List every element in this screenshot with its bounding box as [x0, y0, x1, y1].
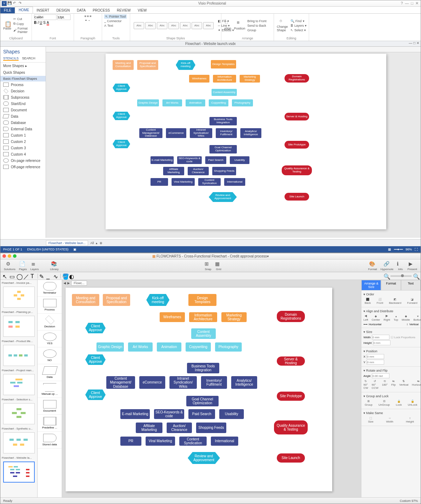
- shape-style-gallery[interactable]: AbcAbcAbcAbcAbcAbcAbc: [132, 21, 215, 31]
- node-auction[interactable]: Auction/ Clearance: [188, 167, 209, 175]
- cd-node-intranet[interactable]: Intranet Syndication/ Wikis: [169, 376, 197, 389]
- cd-node-intl[interactable]: International: [211, 437, 238, 446]
- angle-input[interactable]: [372, 373, 389, 378]
- align-center[interactable]: ◆Center: [372, 315, 380, 321]
- thumb-6[interactable]: [3, 462, 35, 483]
- redo-icon[interactable]: ↷: [19, 1, 24, 6]
- cd-node-goal[interactable]: Goal Channel Optimization: [186, 396, 219, 406]
- canvas-tab[interactable]: Flowc...: [71, 281, 87, 286]
- node-server-hosting[interactable]: Server & Hosting: [285, 113, 309, 120]
- bullet-icon[interactable]: •: [85, 19, 86, 22]
- cd-node-approve2[interactable]: Client Approve: [85, 354, 106, 365]
- copy-button[interactable]: ⧉Copy: [13, 21, 29, 26]
- mac-zoom-icon[interactable]: [13, 254, 16, 258]
- shape-custom3[interactable]: Custom 3: [0, 145, 46, 151]
- node-copywriting[interactable]: Copywriting: [209, 99, 228, 106]
- cd-node-email[interactable]: E-mail Marketing: [120, 409, 150, 419]
- node-review-approve[interactable]: Review and Approvement: [209, 192, 237, 202]
- node-paid-search[interactable]: Paid Search: [205, 156, 226, 164]
- cd-node-server[interactable]: Server & Hosting: [277, 356, 305, 366]
- node-affiliate[interactable]: Affiliate Marketing: [163, 167, 184, 175]
- cd-node-artworks[interactable]: Art Works: [128, 342, 153, 352]
- format-painter-button[interactable]: 🖌Format Painter: [13, 26, 29, 34]
- node-viral[interactable]: Viral Marketing: [172, 178, 195, 186]
- cd-node-info-arch[interactable]: Information Architecture: [189, 312, 217, 322]
- pos-x-input[interactable]: [367, 354, 384, 359]
- cd-node-qa[interactable]: Quality Assurance & Testing: [274, 420, 308, 434]
- doc-min-icon[interactable]: —: [409, 41, 412, 45]
- height-input[interactable]: [373, 340, 390, 345]
- node-intranet[interactable]: Intranet Syndication/ Wikis: [190, 128, 212, 138]
- cd-node-marketing[interactable]: Marketing Strategy: [221, 312, 247, 322]
- shape-start-end[interactable]: Start/End: [0, 100, 46, 107]
- position-button[interactable]: ⊞Position: [233, 20, 246, 31]
- grp-lock[interactable]: 🔒Lock: [396, 400, 402, 406]
- undo-icon[interactable]: ↶: [13, 1, 18, 6]
- cd-node-review[interactable]: Review and Approvement: [188, 452, 220, 464]
- thumb-title-2[interactable]: Flowchart - Product life...: [0, 338, 37, 344]
- page-tab-active[interactable]: Flowchart - Website laun...: [46, 240, 88, 246]
- indent-icon[interactable]: →: [87, 19, 91, 22]
- cd-node-launch[interactable]: Site Launch: [277, 453, 305, 463]
- node-content-synd[interactable]: Content Syndication: [198, 178, 221, 186]
- node-email-mkt[interactable]: E-mail Marketing: [151, 156, 174, 164]
- canvas-area[interactable]: Meeting and Consultation Proposal and Sp…: [46, 47, 421, 238]
- node-goal-channel[interactable]: Goal Channel Optimization: [209, 145, 237, 153]
- pos-y-input[interactable]: [367, 360, 384, 365]
- tab-file[interactable]: FILE: [0, 7, 15, 13]
- tool-zoomin-icon[interactable]: 🔍+: [413, 273, 419, 279]
- stencil-manual-op[interactable]: Manual op ...: [38, 381, 62, 398]
- cd-node-pr[interactable]: PR: [120, 437, 141, 446]
- node-pr[interactable]: PR: [151, 178, 168, 186]
- search-tab[interactable]: SEARCH: [22, 57, 35, 61]
- shape-database[interactable]: Database: [0, 119, 46, 126]
- rtab-format[interactable]: Format: [381, 280, 401, 290]
- italic-button[interactable]: I: [38, 21, 39, 25]
- shape-custom2[interactable]: Custom 2: [0, 138, 46, 145]
- node-approve1[interactable]: Client Approve: [113, 84, 130, 92]
- shape-offpage-ref[interactable]: Off-page reference: [0, 164, 46, 170]
- tool-zoomout-icon[interactable]: 🔍−: [383, 273, 389, 279]
- cd-node-kickoff[interactable]: Kick-off meeting: [146, 294, 169, 306]
- text-tool[interactable]: AText: [104, 24, 113, 28]
- tool-curve-icon[interactable]: ∿: [53, 273, 59, 279]
- cd-node-cms[interactable]: Content Management/ Database: [106, 376, 135, 389]
- stencils-tab[interactable]: STENCILS: [3, 57, 19, 61]
- rot-180[interactable]: ⟲180°: [382, 380, 388, 390]
- shape-custom4[interactable]: Custom 4: [0, 151, 46, 157]
- cd-node-paid[interactable]: Paid Search: [188, 409, 215, 419]
- cd-node-auction[interactable]: Auction/ Clearance: [167, 423, 192, 433]
- rtab-arrange[interactable]: Arrange & Size: [361, 280, 381, 290]
- more-shapes-link[interactable]: More Shapes ▸: [0, 63, 46, 69]
- make-height[interactable]: ↕Height: [406, 417, 414, 423]
- stencil-document[interactable]: Document: [38, 398, 62, 415]
- thumb-1[interactable]: [3, 316, 35, 337]
- thumb-title-5[interactable]: Flowchart - Synthetic o...: [0, 426, 37, 432]
- cd-node-design-templates[interactable]: Design Templates: [188, 294, 216, 306]
- cd-node-usability[interactable]: Usability: [219, 409, 244, 419]
- node-proposal[interactable]: Proposal and Specification: [137, 60, 158, 70]
- node-graphic-design[interactable]: Graphic Design: [137, 99, 159, 106]
- stencil-no[interactable]: NO: [38, 347, 62, 364]
- rot-90ccw[interactable]: ↺90° CCW: [372, 380, 378, 390]
- cd-drawing-page[interactable]: Meeting and Consultation Proposal and Sp…: [66, 288, 332, 491]
- order-front[interactable]: ⬜Front: [377, 298, 383, 305]
- cd-node-wireframes[interactable]: Wireframes: [160, 312, 185, 322]
- align-left[interactable]: ⯇Left: [363, 315, 368, 321]
- cd-node-photo[interactable]: Photography: [215, 342, 242, 352]
- thumb-title-0[interactable]: Flowchart - Invoice pa...: [0, 280, 37, 286]
- font-color-button[interactable]: A: [47, 21, 49, 25]
- bold-button[interactable]: B: [34, 21, 36, 25]
- shape-external-data[interactable]: External Data: [0, 126, 46, 132]
- view-mode-icon[interactable]: ▦: [388, 248, 391, 251]
- shape-document[interactable]: Document: [0, 107, 46, 113]
- mac-close-icon[interactable]: [2, 254, 6, 258]
- tb-info[interactable]: ℹInfo: [395, 261, 405, 271]
- strike-button[interactable]: S: [43, 21, 46, 25]
- stencil-terminator[interactable]: Terminator: [38, 280, 62, 297]
- change-shape-button[interactable]: ◇Change Shape: [276, 18, 289, 33]
- node-cms[interactable]: Content Management/ Database: [139, 128, 162, 138]
- tool-text-icon[interactable]: T: [31, 273, 36, 279]
- thumb-2[interactable]: [3, 345, 35, 366]
- doc-close-icon[interactable]: ✕: [416, 41, 419, 45]
